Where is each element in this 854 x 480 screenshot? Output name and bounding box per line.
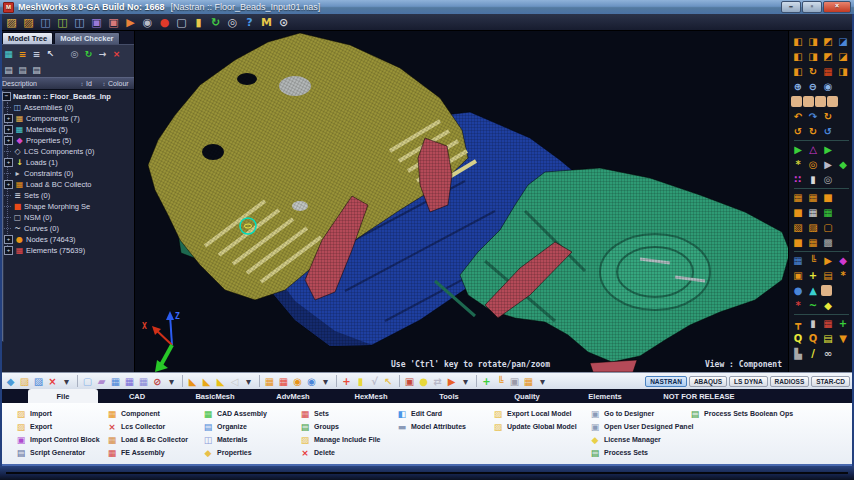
ribbon-tab-hexmesh[interactable]: HexMesh — [332, 389, 410, 403]
open-file-icon[interactable]: ▨ — [4, 16, 19, 29]
connect-icon[interactable]: ◆ — [836, 158, 850, 171]
view-top-icon[interactable]: ◩ — [821, 50, 835, 63]
query-icon[interactable]: Q — [806, 332, 820, 345]
iso-view-icon[interactable]: ◨ — [836, 65, 850, 78]
view-front-icon[interactable]: ◧ — [791, 50, 805, 63]
ribbon-item-materials[interactable]: ◫Materials — [203, 433, 300, 446]
ribbon-item-load-bc-collector[interactable]: ▦Load & Bc Collector — [107, 433, 203, 446]
export-report-icon[interactable]: ▶ — [123, 16, 138, 29]
maximize-button[interactable]: ▫ — [802, 1, 822, 13]
rotate-x-icon[interactable]: ↺ — [791, 125, 805, 138]
select-window-icon[interactable]: ▢ — [174, 16, 189, 29]
view-right-icon[interactable]: ◩ — [821, 35, 835, 48]
joint-icon[interactable]: + — [836, 317, 850, 330]
entity-review-icon[interactable]: ▦ — [123, 375, 136, 388]
ribbon-item-process-sets-boolean-ops[interactable]: ▤Process Sets Boolean Ops — [690, 407, 854, 420]
column-description[interactable]: Description — [2, 80, 78, 87]
view-left-icon[interactable]: ◨ — [806, 35, 820, 48]
axis-l-icon[interactable]: ╚ — [494, 375, 507, 388]
normal-vector-icon[interactable]: ▶ — [821, 143, 835, 156]
mesh-outline-icon[interactable]: ◁ — [228, 375, 241, 388]
view-back-icon[interactable]: ◨ — [806, 50, 820, 63]
import-model-icon[interactable]: ▨ — [21, 16, 36, 29]
close-button[interactable]: × — [823, 1, 851, 13]
tree-item-sets-0[interactable]: ≡Sets (0) — [0, 190, 134, 201]
forward-arrow-icon[interactable]: → — [96, 48, 109, 60]
dropdown-arrow-icon[interactable]: ▾ — [242, 375, 255, 388]
quality-icon[interactable]: ● — [417, 375, 430, 388]
diamond-icon[interactable]: ◆ — [836, 254, 850, 267]
import-session-icon[interactable]: ▨ — [18, 375, 31, 388]
ribbon-tab-tools[interactable]: Tools — [410, 389, 488, 403]
pill-icon[interactable]: ▮ — [806, 173, 820, 186]
shell-icon[interactable]: ▢ — [821, 221, 835, 234]
transform-icon[interactable]: ▣ — [791, 269, 805, 282]
ribbon-tab-file[interactable]: File — [28, 389, 98, 403]
save-icon[interactable]: ◫ — [38, 16, 53, 29]
patch-icon[interactable]: ▙ — [791, 347, 805, 360]
ribbon-item-export-local-model[interactable]: ▨Export Local Model — [493, 407, 590, 420]
tree-root-nastran-floor-beads-inp[interactable]: −Nastran :: Floor_Beads_Inp — [0, 91, 134, 102]
ribbon-item-license-manager[interactable]: ◆License Manager — [590, 433, 690, 446]
tree-item-components-7[interactable]: +▦Components (7) — [0, 113, 134, 124]
collapse-toggle[interactable]: − — [2, 92, 11, 101]
ribbon-item-import-control-block[interactable]: ▣Import Control Block — [16, 433, 107, 446]
model-shield-icon[interactable]: ◆ — [4, 375, 17, 388]
orient-arrow-icon[interactable]: ▶ — [821, 254, 835, 267]
print-icon[interactable]: ▣ — [106, 16, 121, 29]
zoom-out-icon[interactable]: ⊖ — [806, 80, 820, 93]
dropdown-arrow-icon[interactable]: ▾ — [536, 375, 549, 388]
red-block-icon[interactable]: ▣ — [403, 375, 416, 388]
broom-icon[interactable]: / — [806, 347, 820, 360]
probe-icon[interactable]: ↖ — [382, 375, 395, 388]
block-entity-icon[interactable]: ⊘ — [151, 375, 164, 388]
ribbon-item-model-attributes[interactable]: ▬Model Attributes — [397, 420, 493, 433]
mesh-display-icon[interactable]: ◣ — [186, 375, 199, 388]
ribbon-item-groups[interactable]: ▤Groups — [300, 420, 397, 433]
fit-view-icon[interactable]: ▦ — [821, 65, 835, 78]
zoom-window-icon[interactable]: ◉ — [821, 80, 835, 93]
hex-block-icon[interactable]: ▧ — [791, 221, 805, 234]
orange-grid-icon[interactable]: ▦ — [522, 375, 535, 388]
boot-icon[interactable]: ▶ — [445, 375, 458, 388]
expand-toggle[interactable]: + — [4, 235, 13, 244]
ribbon-item-go-to-designer[interactable]: ▣Go to Designer — [590, 407, 690, 420]
solver-button-abaqus[interactable]: ABAQUS — [689, 376, 727, 387]
rotate-view-icon[interactable]: ↻ — [806, 65, 820, 78]
save-all-icon[interactable]: ◫ — [72, 16, 87, 29]
ribbon-item-fe-assembly[interactable]: ▦FE Assembly — [107, 446, 203, 459]
expand-toggle[interactable]: + — [4, 114, 13, 123]
solver-button-star-cd[interactable]: STAR-CD — [811, 376, 850, 387]
tree-item-load-bc-collecto[interactable]: +▦Load & BC Collecto — [0, 179, 134, 190]
export-session-icon[interactable]: ▨ — [32, 375, 45, 388]
torsion-icon[interactable]: ◎ — [806, 158, 820, 171]
pick-hand-icon[interactable] — [821, 285, 832, 296]
refresh-icon[interactable]: ↻ — [208, 16, 223, 29]
dropdown-arrow-icon[interactable]: ▾ — [165, 375, 178, 388]
tree-view-icon[interactable]: ▦ — [2, 48, 15, 60]
tree-column-header[interactable]: Description ↕ Id ↕ Colour — [0, 77, 134, 90]
tree-item-elements-75639[interactable]: +▦Elements (75639) — [0, 245, 134, 256]
delete-entity-icon[interactable]: × — [46, 375, 59, 388]
refresh-tree-icon[interactable]: ↻ — [82, 48, 95, 60]
node-grid-icon[interactable]: ∷ — [791, 173, 805, 186]
ribbon-item-script-generator[interactable]: ▤Script Generator — [16, 446, 107, 459]
pan-left-icon[interactable] — [791, 96, 802, 107]
ribbon-tab-advmesh[interactable]: AdvMesh — [254, 389, 332, 403]
solver-button-radioss[interactable]: RADIOSS — [770, 376, 810, 387]
column-id[interactable]: Id — [86, 80, 100, 87]
options-gear-icon[interactable]: ◎ — [225, 16, 240, 29]
ribbon-item-cad-assembly[interactable]: ▦CAD Assembly — [203, 407, 300, 420]
ribbon-tab-basicmesh[interactable]: BasicMesh — [176, 389, 254, 403]
viewport-3d[interactable]: Z X Use 'Ctrl' key to rotate/pan/zoom Vi… — [135, 31, 788, 372]
capture-icon[interactable]: ◉ — [140, 16, 155, 29]
spot-weld-icon[interactable]: * — [791, 158, 805, 171]
swap-icon[interactable]: ⇄ — [431, 375, 444, 388]
morph-icon[interactable]: * — [836, 269, 850, 282]
ribbon-item-edit-card[interactable]: ◧Edit Card — [397, 407, 493, 420]
mesh-quad-icon[interactable]: ▦ — [791, 191, 805, 204]
pattern-icon[interactable]: ▤ — [821, 269, 835, 282]
weld-t-icon[interactable]: ┳ — [791, 317, 805, 330]
add-yellow-icon[interactable]: + — [806, 269, 820, 282]
view-bottom-icon[interactable]: ◪ — [836, 50, 850, 63]
